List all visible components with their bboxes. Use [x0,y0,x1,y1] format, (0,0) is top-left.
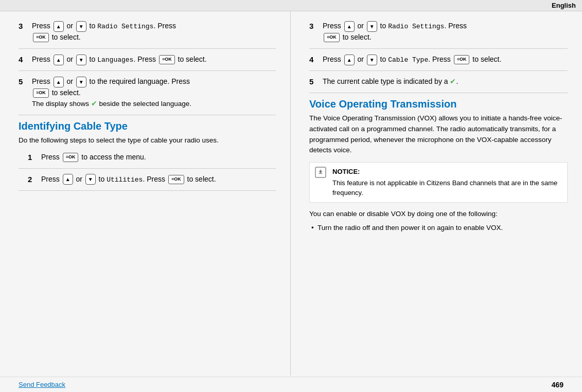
notice-body: This feature is not applicable in Citize… [332,179,557,197]
notice-box: NOTICE: This feature is not applicable i… [309,162,568,203]
step-content-5-left: Press or to the required language. Press… [32,76,276,110]
ok-btn-3r [324,33,340,42]
footer: Send Feedback 469 [0,377,582,392]
notice-content: NOTICE: This feature is not applicable i… [332,167,562,198]
ok-btn-cable2 [168,175,184,184]
arrow-up-btn-cable2 [63,174,73,185]
arrow-up-btn-5l [54,77,64,87]
step-content-3-right: Press or to Radio Settings. Press to sel… [323,21,568,43]
ok-btn-5l [33,88,49,98]
cable-step-2: 2 Press or to Utilities. Press to select… [19,174,276,191]
step-content-4-left: Press or to Languages. Press to select. [32,54,276,65]
cable-step-content-2: Press or to Utilities. Press to select. [41,174,276,185]
ok-btn-3l [33,33,49,42]
vox-bullet-1: Turn the radio off and then power it on … [309,223,568,233]
identifying-cable-intro: Do the following steps to select the typ… [19,135,276,146]
arrow-up-btn-3l [54,21,64,32]
page-number: 469 [552,381,563,389]
left-step-3: 3 Press or to Radio Settings. Press to s… [19,21,276,49]
step-number-3-right: 3 [309,22,321,30]
notice-icon [315,167,327,181]
svg-point-2 [320,173,321,174]
ok-btn-4l [159,55,175,64]
right-step-5: 5 The current cable type is indicated by… [309,76,568,93]
left-column: 3 Press or to Radio Settings. Press to s… [0,11,291,376]
ok-btn-4r [454,55,470,64]
step-number-5-right: 5 [309,77,321,86]
right-column: 3 Press or to Radio Settings. Press to s… [291,11,582,376]
step-content-3-left: Press or to Radio Settings. Press to sel… [32,21,276,43]
top-bar: English [0,0,582,11]
step-content-5-right: The current cable type is indicated by a… [323,76,568,87]
right-step-3: 3 Press or to Radio Settings. Press to s… [309,21,568,49]
step-number-3-left: 3 [19,22,30,30]
send-feedback-link[interactable]: Send Feedback [19,381,65,388]
identifying-cable-heading: Identifying Cable Type [19,120,276,132]
arrow-down-btn-cable2 [85,174,96,185]
arrow-down-btn-4r [367,55,377,65]
vox-heading: Voice Operating Transmission [309,98,568,110]
vox-section: Voice Operating Transmission The Voice O… [309,98,568,233]
right-step-4: 4 Press or to Cable Type. Press to selec… [309,54,568,71]
arrow-down-btn-3l [76,21,86,32]
left-step-4: 4 Press or to Languages. Press to select… [19,54,276,71]
arrow-down-btn-5l [76,77,86,87]
notice-title: NOTICE: [332,167,562,177]
arrow-up-btn-4r [344,55,355,65]
step-number-5-left: 5 [19,77,30,86]
ok-btn-cable1 [63,153,79,162]
cable-step-content-1: Press to access the menu. [41,152,276,163]
vox-intro: The Voice Operating Transmission (VOX) a… [309,113,568,156]
cable-step-num-1: 1 [28,153,39,162]
left-step-5: 5 Press or to the required language. Pre… [19,76,276,115]
identifying-cable-section: Identifying Cable Type Do the following … [19,120,276,191]
checkmark-5r: ✔ [450,77,456,85]
cable-step-num-2: 2 [28,175,39,184]
step-content-4-right: Press or to Cable Type. Press to select. [323,54,568,65]
step-number-4-right: 4 [309,55,321,64]
arrow-down-btn-4l [76,55,86,65]
arrow-up-btn-3r [344,21,355,32]
checkmark-5l: ✔ [91,99,97,108]
arrow-up-btn-4l [54,55,64,65]
you-can-text: You can enable or disable VOX by doing o… [309,209,568,220]
step-number-4-left: 4 [19,55,30,64]
vox-bullet-list: Turn the radio off and then power it on … [309,223,568,233]
language-label: English [552,2,576,9]
arrow-down-btn-3r [367,21,377,32]
cable-step-1: 1 Press to access the menu. [19,152,276,169]
